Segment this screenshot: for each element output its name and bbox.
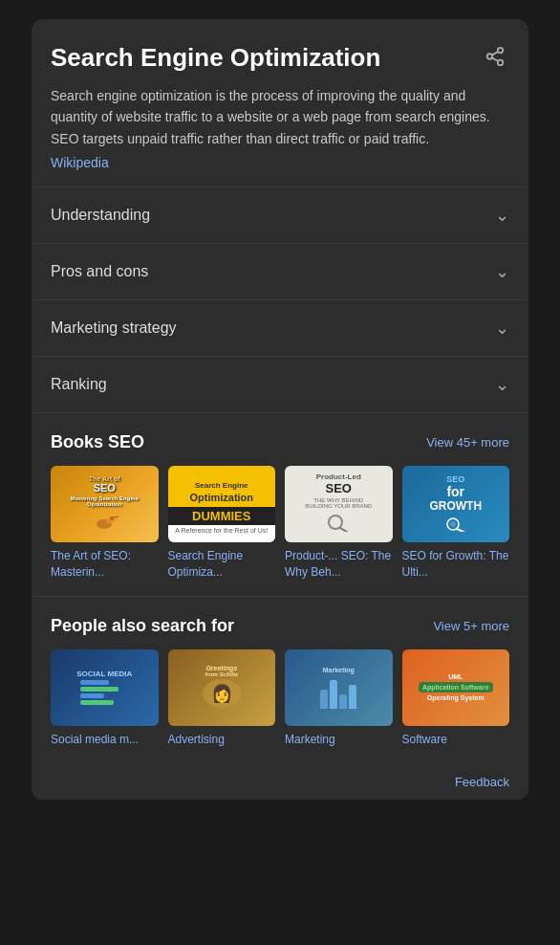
- chevron-down-icon-marketing: ⌄: [495, 318, 509, 339]
- accordion-label-understanding: Understanding: [51, 207, 150, 224]
- books-section-header: Books SEO View 45+ more: [51, 432, 509, 452]
- svg-point-7: [110, 516, 114, 520]
- accordion-item-understanding[interactable]: Understanding ⌄: [32, 187, 528, 244]
- wikipedia-link[interactable]: Wikipedia: [51, 155, 109, 170]
- book-cover-product-led: Product-Led SEO THE WHY BEHIND BUILDING …: [285, 466, 393, 542]
- person-img-advertising: Greetings from Schiltz 👩: [168, 649, 276, 726]
- person-title-advertising: Advertising: [168, 732, 276, 748]
- magnifier-icon: [324, 513, 353, 532]
- books-section: Books SEO View 45+ more The Art of SEO M…: [32, 413, 528, 597]
- person-item-software[interactable]: UML Application Software Operating Syste…: [402, 649, 510, 748]
- accordion-section: Understanding ⌄ Pros and cons ⌄ Marketin…: [32, 187, 528, 413]
- person-title-marketing: Marketing: [285, 732, 393, 748]
- person-item-social-media[interactable]: SOCIAL MEDIA Social media m...: [51, 649, 159, 748]
- svg-line-8: [114, 516, 118, 517]
- feedback-link[interactable]: Feedback: [455, 775, 509, 789]
- book-item-product-led[interactable]: Product-Led SEO THE WHY BEHIND BUILDING …: [285, 466, 393, 581]
- book-cover-text-dummies: Search Engine Optimization DUMMIES A Ref…: [168, 473, 276, 536]
- person-item-advertising[interactable]: Greetings from Schiltz 👩 Advertising: [168, 649, 276, 748]
- accordion-label-ranking: Ranking: [51, 376, 107, 393]
- chevron-down-icon-pros-cons: ⌄: [495, 261, 509, 282]
- page-title: Search Engine Optimization: [51, 43, 380, 73]
- book-item-art-of-seo[interactable]: The Art of SEO Mastering Search Engine O…: [51, 466, 159, 581]
- accordion-item-marketing[interactable]: Marketing strategy ⌄: [32, 300, 528, 357]
- book-cover-seo-growth: SEO for GROWTH: [402, 466, 510, 542]
- book-cover-dummies: Search Engine Optimization DUMMIES A Ref…: [168, 466, 276, 542]
- description-text: Search engine optimization is the proces…: [51, 85, 509, 149]
- books-view-more-link[interactable]: View 45+ more: [426, 435, 509, 450]
- people-view-more-link[interactable]: View 5+ more: [433, 619, 509, 633]
- svg-line-3: [492, 57, 498, 61]
- person-title-software: Software: [402, 732, 510, 748]
- chevron-down-icon-understanding: ⌄: [495, 205, 509, 226]
- svg-line-10: [340, 528, 347, 532]
- accordion-label-pros-cons: Pros and cons: [51, 263, 148, 280]
- share-icon: [485, 46, 506, 67]
- person-img-marketing: Marketing: [285, 649, 393, 726]
- accordion-item-ranking[interactable]: Ranking ⌄: [32, 357, 528, 412]
- book-title-dummies: Search Engine Optimiza...: [168, 548, 276, 581]
- book-title-seo-growth: SEO for Growth: The Ulti...: [402, 548, 510, 581]
- feedback-bar: Feedback: [32, 763, 528, 800]
- people-section-header: People also search for View 5+ more: [51, 616, 509, 636]
- people-section: People also search for View 5+ more SOCI…: [32, 597, 528, 763]
- hummingbird-icon: [90, 513, 118, 532]
- people-section-title: People also search for: [51, 616, 234, 636]
- accordion-item-pros-cons[interactable]: Pros and cons ⌄: [32, 244, 528, 300]
- person-title-social-media: Social media m...: [51, 732, 159, 748]
- books-section-title: Books SEO: [51, 432, 144, 452]
- share-button[interactable]: [481, 42, 509, 74]
- svg-line-4: [492, 52, 498, 55]
- header-section: Search Engine Optimization Search engine…: [32, 19, 528, 187]
- book-title-product-led: Product-... SEO: The Why Beh...: [285, 548, 393, 581]
- person-item-marketing[interactable]: Marketing Marketing: [285, 649, 393, 748]
- book-item-seo-growth[interactable]: SEO for GROWTH SEO for Growth: The Ulti.…: [402, 466, 510, 581]
- svg-line-12: [457, 529, 463, 532]
- chevron-down-icon-ranking: ⌄: [495, 374, 509, 395]
- accordion-label-marketing: Marketing strategy: [51, 319, 177, 337]
- book-cover-art-of-seo: The Art of SEO Mastering Search Engine O…: [51, 466, 159, 542]
- book-cover-text-product-led: Product-Led SEO THE WHY BEHIND BUILDING …: [285, 467, 393, 541]
- person-img-software: UML Application Software Operating Syste…: [402, 649, 510, 726]
- svg-point-13: [450, 521, 456, 527]
- book-cover-text-art-of-seo: The Art of SEO Mastering Search Engine O…: [51, 472, 159, 538]
- person-img-social-media: SOCIAL MEDIA: [51, 649, 159, 726]
- books-grid: The Art of SEO Mastering Search Engine O…: [51, 466, 509, 581]
- book-item-dummies[interactable]: Search Engine Optimization DUMMIES A Ref…: [168, 466, 276, 581]
- magnifier-seo-icon: [444, 516, 467, 532]
- book-title-art-of-seo: The Art of SEO: Masterin...: [51, 548, 159, 581]
- people-grid: SOCIAL MEDIA Social media m... Greetings: [51, 649, 509, 748]
- book-cover-text-seo-growth: SEO for GROWTH: [421, 467, 489, 541]
- title-row: Search Engine Optimization: [51, 42, 509, 74]
- main-card: Search Engine Optimization Search engine…: [32, 19, 528, 800]
